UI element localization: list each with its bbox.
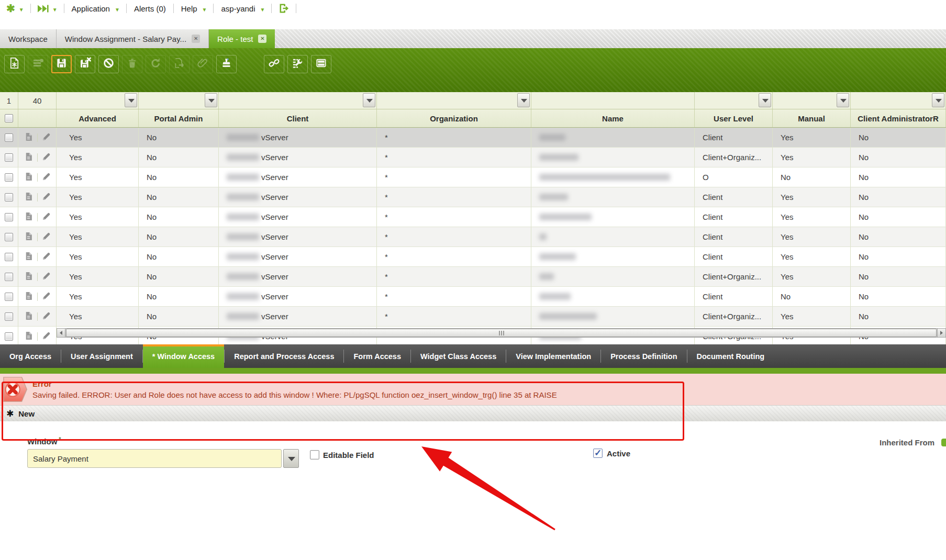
tab-window-assignment[interactable]: Window Assignment - Salary Pay...: [57, 29, 209, 48]
filter-dropdown-button[interactable]: [837, 93, 849, 107]
filter-dropdown-button[interactable]: [125, 93, 137, 107]
filter-dropdown-button[interactable]: [363, 93, 375, 107]
table-row[interactable]: YesNovServer*ClientYesNo: [0, 247, 946, 267]
scroll-left-button[interactable]: [57, 329, 65, 337]
menu-help[interactable]: Help: [180, 4, 207, 13]
run-process-button[interactable]: [287, 55, 308, 73]
filter-cell-client_admin[interactable]: [851, 92, 946, 109]
tab-workspace[interactable]: Workspace: [0, 29, 57, 48]
detail-tab-user-assignment[interactable]: User Assignment: [61, 344, 142, 368]
column-header-client[interactable]: Client: [219, 109, 377, 127]
filter-cell-manual[interactable]: [773, 92, 851, 109]
document-icon[interactable]: [24, 172, 33, 183]
filter-dropdown-button[interactable]: [205, 93, 217, 107]
column-header-organization[interactable]: Organization: [377, 109, 531, 127]
document-icon[interactable]: [24, 152, 33, 163]
column-header-manual[interactable]: Manual: [773, 109, 851, 127]
document-icon[interactable]: [24, 192, 33, 203]
close-icon[interactable]: [258, 35, 266, 43]
filter-cell-client[interactable]: [219, 92, 377, 109]
filter-cell-organization[interactable]: [377, 92, 531, 109]
row-checkbox[interactable]: [5, 173, 13, 182]
column-header-advanced[interactable]: Advanced: [57, 109, 139, 127]
new-record-button[interactable]: [4, 55, 25, 73]
detail-tab-report-and-process-access[interactable]: Report and Process Access: [225, 344, 343, 368]
row-checkbox[interactable]: [5, 332, 13, 341]
scroll-right-button[interactable]: [937, 329, 945, 337]
pencil-icon[interactable]: [42, 292, 51, 302]
save-create-new-button[interactable]: [75, 55, 95, 73]
horizontal-scrollbar[interactable]: [57, 328, 946, 338]
row-checkbox[interactable]: [5, 273, 13, 281]
column-header-client_admin[interactable]: Client AdministratorR: [851, 109, 946, 127]
pencil-icon[interactable]: [42, 311, 51, 322]
detail-tab-form-access[interactable]: Form Access: [344, 344, 410, 368]
detail-tab-widget-class-access[interactable]: Widget Class Access: [411, 344, 506, 368]
column-header-name[interactable]: Name: [531, 109, 695, 127]
table-row[interactable]: YesNovServer*ClientYesNo: [0, 187, 946, 207]
detail-tab-process-definition[interactable]: Process Definition: [601, 344, 686, 368]
window-field-dropdown-button[interactable]: [283, 449, 299, 468]
document-icon[interactable]: [24, 331, 33, 342]
table-row[interactable]: YesNovServer*Client+Organiz...YesNo: [0, 267, 946, 287]
column-header-user_level[interactable]: User Level: [695, 109, 773, 127]
table-row[interactable]: YesNovServer*ClientNoNo: [0, 287, 946, 307]
detail-tab-document-routing[interactable]: Document Routing: [687, 344, 774, 368]
row-checkbox[interactable]: [5, 153, 13, 162]
ignore-changes-button[interactable]: [98, 55, 119, 73]
active-checkbox[interactable]: [593, 449, 603, 458]
pencil-icon[interactable]: [42, 272, 51, 282]
row-checkbox[interactable]: [5, 213, 13, 221]
row-checkbox[interactable]: [5, 133, 13, 142]
detail-tab-window-access[interactable]: * Window Access: [143, 344, 224, 368]
table-row[interactable]: YesNovServer*ClientYesNo: [0, 128, 946, 148]
document-icon[interactable]: [24, 252, 33, 262]
document-icon[interactable]: [24, 232, 33, 242]
document-icon[interactable]: [24, 292, 33, 302]
document-icon[interactable]: [24, 311, 33, 322]
window-field-input[interactable]: [27, 449, 282, 468]
menu-application[interactable]: Application: [71, 4, 120, 13]
pencil-icon[interactable]: [42, 212, 51, 222]
menu-home[interactable]: [6, 3, 24, 14]
filter-cell-portal_admin[interactable]: [139, 92, 219, 109]
table-row[interactable]: YesNovServer*Client+Organiz...YesNo: [0, 148, 946, 167]
filter-cell-user_level[interactable]: [695, 92, 773, 109]
editable-field-checkbox[interactable]: [310, 450, 319, 460]
column-header-portal_admin[interactable]: Portal Admin: [139, 109, 219, 127]
table-row[interactable]: YesNovServer*Client+Organiz...YesNo: [0, 307, 946, 327]
pencil-icon[interactable]: [42, 172, 51, 183]
zoom-across-button[interactable]: [264, 55, 284, 73]
document-icon[interactable]: [24, 212, 33, 222]
menu-user[interactable]: asp-yandi: [220, 4, 265, 13]
filter-cell-name[interactable]: [531, 92, 695, 109]
customize-button[interactable]: [216, 55, 237, 73]
table-row[interactable]: YesNovServer*ONoNo: [0, 167, 946, 187]
table-row[interactable]: YesNovServer*ClientYesNo: [0, 207, 946, 227]
row-checkbox[interactable]: [5, 233, 13, 241]
pencil-icon[interactable]: [42, 252, 51, 262]
pencil-icon[interactable]: [42, 152, 51, 163]
filter-dropdown-button[interactable]: [932, 93, 944, 107]
filter-cell-advanced[interactable]: [57, 92, 139, 109]
menu-alerts[interactable]: Alerts (0): [133, 4, 167, 13]
tab-role-test[interactable]: Role - test: [209, 29, 275, 48]
detail-tab-view-implementation[interactable]: View Implementation: [506, 344, 600, 368]
pencil-icon[interactable]: [42, 132, 51, 143]
document-icon[interactable]: [24, 132, 33, 143]
filter-dropdown-button[interactable]: [759, 93, 771, 107]
row-checkbox[interactable]: [5, 253, 13, 261]
select-all-checkbox[interactable]: [5, 114, 13, 122]
menu-fast-forward[interactable]: [37, 4, 58, 13]
row-checkbox[interactable]: [5, 193, 13, 201]
filter-dropdown-button[interactable]: [517, 93, 530, 107]
save-button[interactable]: [51, 55, 72, 73]
scrollbar-thumb[interactable]: [66, 329, 937, 337]
table-row[interactable]: YesNovServer*ClientYesNo: [0, 227, 946, 247]
row-checkbox[interactable]: [5, 293, 13, 301]
document-icon[interactable]: [24, 272, 33, 282]
close-icon[interactable]: [192, 35, 200, 43]
toggle-panel-button[interactable]: [311, 55, 331, 73]
detail-tab-org-access[interactable]: Org Access: [0, 344, 61, 368]
pencil-icon[interactable]: [42, 232, 51, 242]
